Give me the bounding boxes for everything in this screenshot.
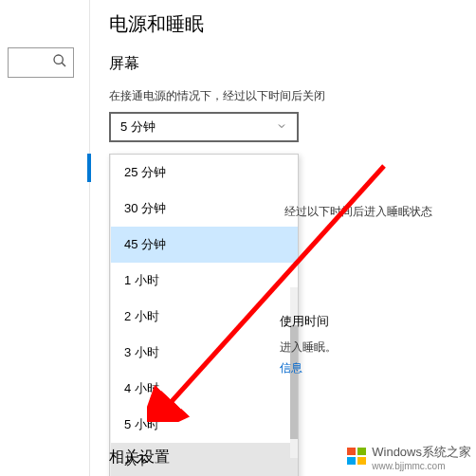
svg-rect-4 (347, 448, 356, 455)
sidebar (0, 0, 90, 476)
svg-point-0 (54, 55, 63, 64)
page-title: 电源和睡眠 (109, 11, 457, 37)
watermark: Windows系统之家 www.bjjmmc.com (345, 444, 471, 471)
dropdown-selected-value: 5 分钟 (120, 119, 156, 136)
related-heading: 使用时间 (280, 313, 329, 330)
dropdown-option[interactable]: 25 分钟 (110, 155, 298, 191)
svg-rect-7 (357, 457, 366, 465)
main-content: 电源和睡眠 屏幕 在接通电源的情况下，经过以下时间后关闭 5 分钟 25 分钟 … (90, 0, 476, 476)
dropdown-option[interactable]: 30 分钟 (110, 191, 298, 227)
svg-line-1 (62, 63, 65, 66)
dropdown-listbox[interactable]: 25 分钟 30 分钟 45 分钟 1 小时 2 小时 3 小时 4 小时 5 … (109, 154, 299, 476)
dropdown-option[interactable]: 1 小时 (110, 263, 298, 299)
related-text: 进入睡眠。 (280, 339, 337, 356)
dropdown-option[interactable]: 45 分钟 (110, 227, 298, 263)
search-icon (52, 53, 67, 72)
watermark-url: www.bjjmmc.com (372, 461, 471, 471)
screen-off-label: 在接通电源的情况下，经过以下时间后关闭 (109, 88, 457, 104)
dropdown-option[interactable]: 5 小时 (110, 407, 298, 443)
related-link[interactable]: 信息 (280, 360, 302, 376)
svg-rect-5 (357, 448, 366, 455)
search-input[interactable] (8, 47, 74, 78)
dropdown-option[interactable]: 4 小时 (110, 371, 298, 407)
svg-rect-6 (347, 457, 356, 465)
screen-timeout-dropdown[interactable]: 5 分钟 (109, 112, 299, 142)
dropdown-option[interactable]: 2 小时 (110, 299, 298, 335)
screen-section-title: 屏幕 (109, 54, 457, 74)
chevron-down-icon (276, 119, 287, 136)
related-settings-heading: 相关设置 (109, 448, 170, 467)
dropdown-option[interactable]: 3 小时 (110, 335, 298, 371)
sleep-timeout-label: 经过以下时间后进入睡眠状态 (284, 204, 432, 220)
windows-logo-icon (345, 445, 368, 471)
watermark-brand: Windows系统之家 (372, 444, 471, 461)
